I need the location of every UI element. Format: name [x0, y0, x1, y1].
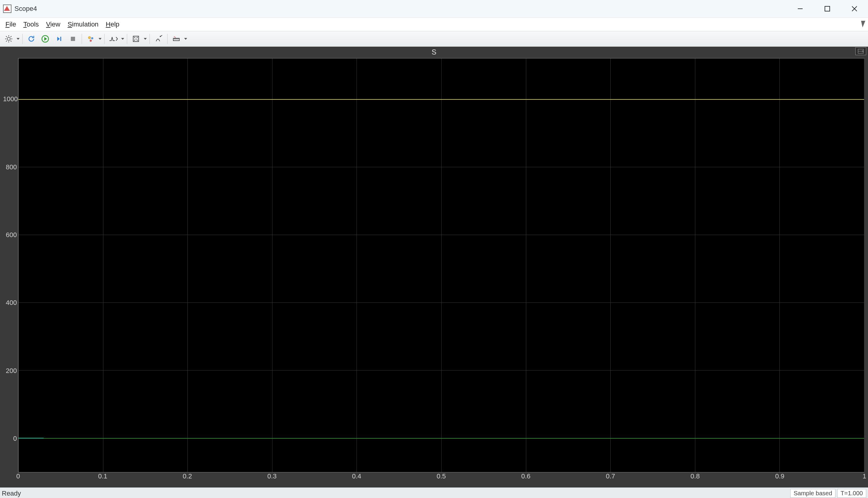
xtick-label: 0.3 — [267, 472, 277, 484]
menu-simulation[interactable]: Simulation — [64, 19, 102, 29]
settings-dropdown[interactable] — [16, 38, 21, 40]
svg-point-17 — [91, 37, 93, 39]
menu-view[interactable]: View — [42, 19, 64, 29]
trace-signal1 — [18, 99, 864, 100]
ytick-label: 0 — [3, 435, 17, 443]
xtick-label: 1 — [863, 472, 866, 484]
measure-button[interactable] — [170, 32, 183, 45]
status-sample-mode: Sample based — [790, 489, 835, 498]
ytick-label: 800 — [3, 163, 17, 171]
gridline-h — [18, 235, 864, 235]
run-button[interactable] — [39, 32, 52, 45]
settings-button[interactable] — [2, 32, 15, 45]
autoscale-dropdown[interactable] — [143, 38, 148, 40]
trigger-button[interactable] — [107, 32, 120, 45]
gridline-v — [187, 58, 188, 472]
gridline-v — [441, 58, 442, 472]
toolbar-sep — [22, 34, 23, 44]
toolbar — [0, 31, 868, 47]
svg-point-18 — [90, 40, 92, 42]
xtick-label: 0.7 — [606, 472, 615, 484]
toolbar-sep — [104, 34, 105, 44]
autoscale-button[interactable] — [130, 32, 142, 45]
menubar-tearoff-icon[interactable] — [860, 19, 866, 29]
status-bar: Ready Sample based T=1.000 — [0, 487, 868, 498]
toolbar-sep — [127, 34, 127, 44]
highlight-button[interactable] — [85, 32, 97, 45]
chart-title: S — [0, 48, 868, 57]
svg-point-4 — [7, 37, 10, 40]
ytick-label: 200 — [3, 367, 17, 375]
svg-rect-1 — [825, 6, 830, 11]
xtick-label: 0.9 — [775, 472, 785, 484]
ytick-label: 600 — [3, 231, 17, 239]
menu-bar: File Tools View Simulation Help — [0, 18, 868, 31]
measure-dropdown[interactable] — [183, 38, 188, 40]
title-bar: Scope4 — [0, 0, 868, 18]
window-title: Scope4 — [14, 5, 37, 13]
xtick-label: 0.2 — [183, 472, 192, 484]
app-icon — [3, 4, 11, 13]
maximize-button[interactable] — [814, 0, 841, 17]
svg-rect-15 — [71, 37, 75, 41]
toolbar-sep — [82, 34, 82, 44]
svg-rect-19 — [133, 36, 139, 42]
gridline-v — [779, 58, 780, 472]
xtick-label: 0.4 — [352, 472, 361, 484]
restart-button[interactable] — [25, 32, 38, 45]
ytick-label: 1000 — [3, 95, 17, 103]
gridline-v — [357, 58, 357, 472]
cursors-button[interactable] — [152, 32, 165, 45]
trace-signal2 — [18, 438, 864, 438]
xtick-label: 0.5 — [437, 472, 446, 484]
toolbar-sep — [167, 34, 168, 44]
status-time: T=1.000 — [837, 489, 866, 498]
axes[interactable]: 0200400600800100000.10.20.30.40.50.60.70… — [3, 58, 864, 472]
xtick-label: 0 — [16, 472, 20, 484]
scope-layout-icon[interactable] — [855, 47, 866, 55]
svg-rect-14 — [60, 37, 61, 41]
ytick-label: 400 — [3, 299, 17, 307]
gridline-h — [18, 302, 864, 303]
scope-area: S 0200400600800100000.10.20.30.40.50.60.… — [0, 47, 868, 487]
minimize-button[interactable] — [787, 0, 814, 17]
stop-button[interactable] — [67, 32, 79, 45]
svg-line-10 — [11, 41, 11, 42]
gridline-v — [103, 58, 103, 472]
xtick-label: 0.6 — [521, 472, 531, 484]
toolbar-sep — [150, 34, 150, 44]
svg-point-21 — [160, 36, 161, 37]
svg-line-12 — [6, 41, 7, 42]
trigger-dropdown[interactable] — [120, 38, 125, 40]
trace-signal3 — [18, 438, 44, 443]
svg-point-16 — [88, 37, 91, 39]
plot-surface[interactable] — [18, 58, 864, 472]
xtick-label: 0.8 — [690, 472, 700, 484]
window-buttons — [787, 0, 868, 17]
menu-tools[interactable]: Tools — [20, 19, 42, 29]
xtick-label: 0.1 — [98, 472, 107, 484]
svg-line-11 — [11, 36, 11, 37]
gridline-v — [18, 58, 19, 472]
menu-help[interactable]: Help — [102, 19, 123, 29]
gridline-v — [610, 58, 611, 472]
highlight-dropdown[interactable] — [98, 38, 103, 40]
svg-line-9 — [6, 36, 7, 37]
step-button[interactable] — [53, 32, 65, 45]
gridline-v — [272, 58, 272, 472]
gridline-v — [526, 58, 526, 472]
status-text: Ready — [2, 489, 21, 497]
close-button[interactable] — [841, 0, 868, 17]
menu-file[interactable]: File — [2, 19, 20, 29]
gridline-h — [18, 167, 864, 167]
gridline-v — [695, 58, 695, 472]
